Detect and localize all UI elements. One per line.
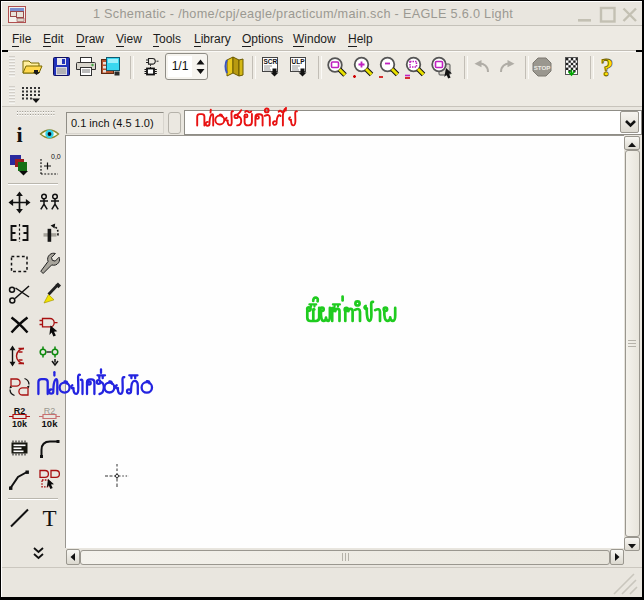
svg-text:?: ? xyxy=(601,55,614,80)
svg-text:i: i xyxy=(16,122,22,146)
svg-text:ULP: ULP xyxy=(292,58,306,65)
svg-text:R2: R2 xyxy=(44,406,56,416)
svg-text:10k: 10k xyxy=(12,419,28,429)
svg-text:R2: R2 xyxy=(14,406,26,416)
svg-text:STOP: STOP xyxy=(534,64,551,71)
svg-text:10k: 10k xyxy=(42,418,59,429)
svg-text:SCR: SCR xyxy=(264,58,278,65)
svg-text:T: T xyxy=(42,506,56,530)
svg-text:0,0: 0,0 xyxy=(51,153,61,160)
